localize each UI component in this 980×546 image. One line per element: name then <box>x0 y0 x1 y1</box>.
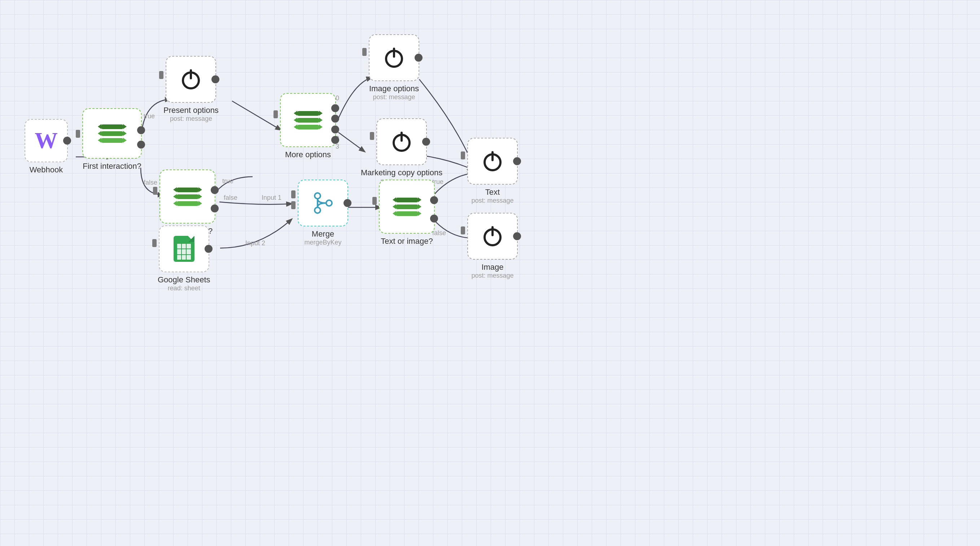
more-options-port-2[interactable] <box>331 125 339 133</box>
svg-text:true: true <box>143 113 155 120</box>
more-options-port-1[interactable] <box>331 115 339 122</box>
more-options-node[interactable]: More options <box>280 93 336 159</box>
svg-text:false: false <box>224 194 237 201</box>
power-icon <box>480 224 505 249</box>
marketing-copy-label: Marketing copy options <box>361 168 442 178</box>
power-icon <box>178 67 204 92</box>
svg-text:false: false <box>143 179 158 186</box>
image-sublabel: post: message <box>471 272 514 279</box>
merge-label: Merge <box>312 229 334 239</box>
svg-point-20 <box>326 200 332 206</box>
more-options-port-3[interactable] <box>331 136 339 144</box>
merge-node[interactable]: Merge mergeByKey <box>298 179 348 246</box>
marketing-copy-node[interactable]: Marketing copy options post: message <box>361 118 442 185</box>
text-or-image-input-handle[interactable] <box>372 197 377 205</box>
first-interaction-false-port[interactable] <box>137 141 145 149</box>
image-options-node[interactable]: Image options post: message <box>369 34 419 101</box>
merge-sublabel: mergeByKey <box>304 239 341 246</box>
present-options-sublabel: post: message <box>170 115 212 122</box>
svg-text:Input 1: Input 1 <box>262 194 282 201</box>
webhook-output-port[interactable] <box>63 136 71 144</box>
marketing-copy-input-handle[interactable] <box>370 132 374 140</box>
power-icon <box>389 129 414 154</box>
svg-point-19 <box>315 207 320 213</box>
webhook-label: Webhook <box>30 165 63 175</box>
google-sheets-label: Google Sheets <box>158 275 210 284</box>
text-output-port[interactable] <box>513 157 521 165</box>
webhook-icon: W <box>35 127 58 154</box>
more-options-q-input-handle[interactable] <box>153 187 158 195</box>
svg-point-18 <box>315 193 320 199</box>
merge-icon <box>310 190 336 216</box>
svg-text:3: 3 <box>336 143 339 150</box>
google-sheets-output-port[interactable] <box>205 245 213 253</box>
image-node[interactable]: Image post: message <box>467 213 518 279</box>
present-options-output-port[interactable] <box>212 75 220 83</box>
image-output-port[interactable] <box>513 232 521 240</box>
first-interaction-node[interactable]: First interaction? <box>82 108 142 171</box>
google-sheets-sublabel: read: sheet <box>168 284 200 292</box>
svg-text:0: 0 <box>336 95 339 102</box>
text-node[interactable]: Text post: message <box>467 138 518 205</box>
text-or-image-false-port[interactable] <box>430 214 438 222</box>
merge-output-port[interactable] <box>344 199 352 207</box>
present-options-node[interactable]: Present options post: message <box>164 56 219 122</box>
text-sublabel: post: message <box>471 197 514 205</box>
more-options-q-false-port[interactable] <box>211 205 219 213</box>
google-sheets-input-handle[interactable] <box>152 239 157 247</box>
text-or-image-true-port[interactable] <box>430 196 438 204</box>
first-interaction-input-handle[interactable] <box>76 130 80 138</box>
image-input-handle[interactable] <box>461 227 465 235</box>
image-options-input-handle[interactable] <box>362 48 367 56</box>
sheets-icon <box>173 236 194 262</box>
more-options-input-handle[interactable] <box>274 110 278 118</box>
present-options-label: Present options <box>164 106 219 115</box>
more-options-q-routes-icon <box>177 187 199 206</box>
power-icon <box>480 149 505 174</box>
svg-text:true: true <box>222 178 234 185</box>
more-options-routes-icon <box>298 111 319 130</box>
text-input-handle[interactable] <box>461 151 465 159</box>
text-label: Text <box>485 187 500 197</box>
image-options-label: Image options <box>369 84 419 94</box>
first-interaction-label: First interaction? <box>83 162 142 171</box>
first-interaction-true-port[interactable] <box>137 126 145 134</box>
power-icon <box>382 45 407 70</box>
webhook-node[interactable]: W Webhook <box>24 119 68 175</box>
google-sheets-node[interactable]: Google Sheets read: sheet <box>158 225 210 292</box>
more-options-port-0[interactable] <box>331 104 339 112</box>
svg-text:Input 2: Input 2 <box>245 240 265 247</box>
marketing-copy-output-port[interactable] <box>422 138 430 146</box>
present-options-input-handle[interactable] <box>159 71 164 79</box>
image-options-output-port[interactable] <box>415 54 423 62</box>
text-or-image-node[interactable]: Text or image? <box>379 179 435 246</box>
text-or-image-routes-icon <box>396 198 418 216</box>
more-options-q-true-port[interactable] <box>211 186 219 194</box>
merge-input1-handle[interactable] <box>291 190 296 198</box>
more-options-label: More options <box>285 150 331 159</box>
image-options-sublabel: post: message <box>373 94 415 101</box>
text-or-image-label: Text or image? <box>381 236 433 246</box>
merge-input2-handle[interactable] <box>291 201 296 209</box>
routes-icon <box>102 124 123 143</box>
image-label: Image <box>481 262 503 272</box>
